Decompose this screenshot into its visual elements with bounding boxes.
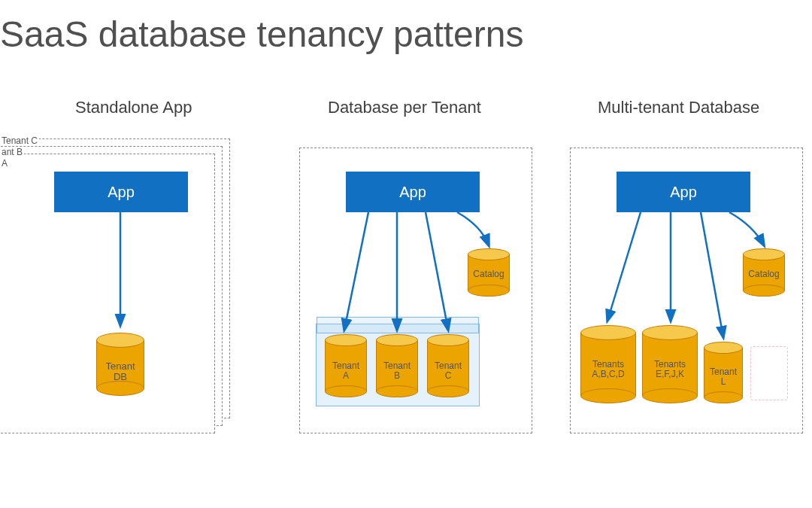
slide-title: SaaS database tenancy patterns [0,14,524,55]
multi-tenant-catalog-db: Catalog [743,248,785,297]
stack-tag-b: ant B [0,147,24,157]
per-tenant-db-b-label: Tenant B [376,361,418,381]
per-tenant-db-a-label: Tenant A [325,361,367,381]
section-label-multi-tenant: Multi-tenant Database [598,98,759,117]
multi-tenant-db-2: Tenants E,F,J,K [642,325,698,403]
multi-tenant-db-3-label: Tenant L [704,367,743,387]
multi-tenant-ghost-db [750,346,788,400]
multi-tenant-db-3: Tenant L [704,342,743,403]
multi-tenant-db-2-label: Tenants E,F,J,K [642,360,698,379]
per-tenant-app-box: App [346,172,480,212]
per-tenant-db-c-label: Tenant C [427,361,469,381]
per-tenant-db-a: Tenant A [325,334,367,397]
multi-tenant-app-box: App [617,172,750,212]
multi-tenant-db-1-label: Tenants A,B,C,D [580,360,636,379]
per-tenant-catalog-db: Catalog [468,248,510,297]
per-tenant-db-b: Tenant B [376,334,418,397]
multi-tenant-db-1: Tenants A,B,C,D [580,325,636,403]
stack-tag-a: A [0,158,9,169]
standalone-app-box: App [54,172,188,212]
standalone-db-label: Tenant DB [96,361,144,383]
multi-tenant-catalog-label: Catalog [743,269,785,279]
per-tenant-db-c: Tenant C [427,334,469,397]
standalone-db: Tenant DB [96,333,144,396]
per-tenant-catalog-label: Catalog [468,269,510,279]
section-label-per-tenant: Database per Tenant [328,98,481,117]
section-label-standalone: Standalone App [75,98,192,117]
stack-tag-c: Tenant C [0,135,39,146]
